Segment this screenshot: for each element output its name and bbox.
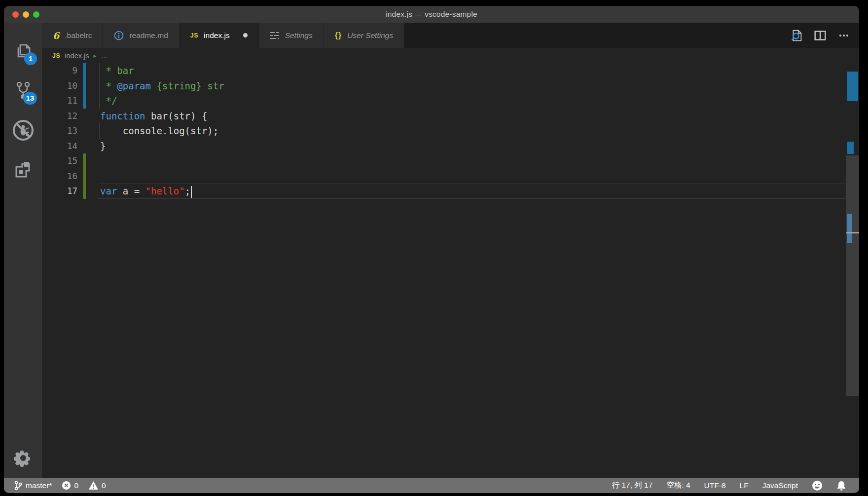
line-number: 9	[42, 66, 77, 76]
status-bar: master*00 行 17, 列 17空格: 4UTF-8LFJavaScri…	[4, 478, 859, 493]
code-line-10[interactable]: 10 * @param {string} str	[42, 78, 859, 94]
status-label: 0	[102, 481, 106, 490]
tab-index-js[interactable]: JSindex.js	[180, 23, 259, 48]
code-line-9[interactable]: 9 * bar	[42, 63, 859, 78]
line-number: 11	[42, 96, 77, 106]
braces-icon: {}	[335, 31, 342, 40]
code-line-14[interactable]: 14}	[42, 139, 859, 154]
error-circle-icon	[62, 481, 71, 490]
scrollbar-thumb[interactable]	[846, 155, 859, 396]
gutter-none-marker	[83, 109, 86, 124]
text-cursor	[191, 186, 192, 198]
indent-guide	[99, 63, 100, 78]
status-indentation[interactable]: 空格: 4	[666, 480, 690, 491]
tab-label: User Settings	[347, 31, 393, 40]
split-editor-button[interactable]	[812, 27, 829, 44]
open-changes-button[interactable]	[788, 27, 805, 44]
traffic-lights	[12, 6, 39, 23]
tab-label: Settings	[285, 31, 313, 40]
window-title: index.js — vscode-sample	[386, 10, 477, 19]
line-number: 15	[42, 156, 77, 166]
ruler-cursor-marker	[846, 232, 859, 233]
line-number: 10	[42, 81, 77, 91]
indent-guide	[99, 123, 100, 139]
activity-item-extensions[interactable]	[4, 150, 42, 190]
extensions-icon	[12, 159, 34, 181]
ruler-modified-marker	[847, 72, 858, 101]
info-icon	[114, 31, 124, 40]
status-notifications[interactable]	[836, 480, 846, 491]
js-icon: JS	[52, 52, 60, 59]
status-errors[interactable]: 0	[62, 481, 78, 490]
status-cursor-position[interactable]: 行 17, 列 17	[612, 480, 653, 491]
code-line-17[interactable]: 17var a = "hello";	[42, 184, 859, 199]
line-number: 17	[42, 186, 77, 196]
gutter-modified-marker	[83, 78, 86, 94]
activity-item-source-control[interactable]: 13	[4, 71, 42, 111]
indent-guide	[99, 78, 100, 94]
overview-ruler	[846, 63, 859, 478]
warning-triangle-icon	[88, 481, 99, 490]
gutter-none-marker	[83, 139, 86, 154]
status-label: 0	[74, 481, 78, 490]
breadcrumb-symbol[interactable]: …	[101, 52, 108, 60]
code-line-15[interactable]: 15	[42, 153, 859, 169]
code-editor[interactable]: 9 * bar10 * @param {string} str11 */12fu…	[42, 63, 859, 478]
code-line-12[interactable]: 12function bar(str) {	[42, 109, 859, 124]
status-eol[interactable]: LF	[740, 481, 749, 490]
line-number: 12	[42, 111, 77, 121]
activity-item-debug[interactable]	[4, 111, 42, 150]
bell-icon	[836, 480, 846, 491]
debug-disabled-icon	[11, 118, 36, 143]
activity-bar: 113	[4, 23, 42, 478]
ruler-modified-marker	[847, 142, 854, 154]
smiley-icon	[812, 480, 823, 491]
status-language-mode[interactable]: JavaScript	[762, 481, 798, 490]
line-number: 13	[42, 126, 77, 136]
js-icon: JS	[190, 32, 198, 39]
gutter-added-marker	[83, 184, 86, 199]
activity-item-explorer[interactable]: 1	[4, 32, 42, 71]
status-label: LF	[740, 481, 749, 490]
split-editor-icon	[813, 28, 828, 43]
line-number: 14	[42, 141, 77, 151]
titlebar[interactable]: index.js — vscode-sample	[4, 6, 859, 23]
status-encoding[interactable]: UTF-8	[704, 481, 726, 490]
zoom-button[interactable]	[33, 11, 39, 18]
tab-user-settings[interactable]: {}User Settings	[324, 23, 405, 48]
tab-settings[interactable]: Settings	[259, 23, 324, 48]
gear-icon	[14, 449, 33, 467]
status-feedback[interactable]	[812, 480, 823, 491]
minimize-button[interactable]	[23, 11, 29, 18]
breadcrumb-file[interactable]: index.js	[65, 52, 89, 60]
badge: 1	[24, 52, 37, 65]
status-label: 行 17, 列 17	[612, 480, 653, 491]
code-line-16[interactable]: 16	[42, 169, 859, 184]
tab-readme-md[interactable]: readme.md	[103, 23, 179, 48]
git-branch-icon	[14, 480, 23, 491]
tab-label: .babelrc	[65, 31, 92, 40]
tab-label: readme.md	[129, 31, 168, 40]
tab-label: index.js	[204, 31, 230, 40]
status-label: JavaScript	[762, 481, 798, 490]
babel-icon: 6	[53, 30, 59, 41]
status-git-branch[interactable]: master*	[14, 480, 52, 491]
tab--babelrc[interactable]: 6.babelrc	[42, 23, 103, 48]
manage-button[interactable]	[4, 443, 42, 473]
more-actions-button[interactable]	[835, 27, 852, 44]
status-label: master*	[26, 481, 52, 490]
close-button[interactable]	[12, 11, 19, 18]
modified-dot-icon[interactable]	[243, 33, 248, 38]
status-warnings[interactable]: 0	[88, 481, 106, 490]
desktop-background: index.js — vscode-sample 113 6.babelrcre…	[0, 0, 868, 496]
gutter-added-marker	[83, 153, 86, 169]
gutter-modified-marker	[83, 63, 86, 78]
settings-list-icon	[270, 31, 280, 40]
code-line-13[interactable]: 13 console.log(str);	[42, 123, 859, 139]
code-line-11[interactable]: 11 */	[42, 93, 859, 109]
status-label: UTF-8	[704, 481, 726, 490]
current-line-highlight	[98, 184, 846, 199]
ellipsis-icon	[837, 29, 851, 42]
status-label: 空格: 4	[666, 480, 690, 491]
badge: 13	[23, 92, 37, 105]
